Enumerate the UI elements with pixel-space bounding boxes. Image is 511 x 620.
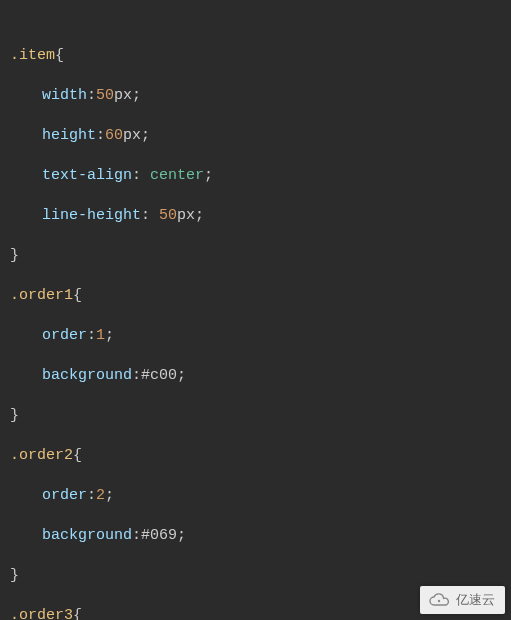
rule-order2-open: .order2{ <box>10 446 503 466</box>
prop-order1-order: order:1; <box>10 326 503 346</box>
prop-width: width:50px; <box>10 86 503 106</box>
prop-order2-bg: background:#069; <box>10 526 503 546</box>
rule-close: } <box>10 246 503 266</box>
prop-height: height:60px; <box>10 126 503 146</box>
selector-order1: .order1 <box>10 287 73 304</box>
css-code-block: .item{ width:50px; height:60px; text-ali… <box>0 0 511 620</box>
rule-order1-open: .order1{ <box>10 286 503 306</box>
rule-close: } <box>10 406 503 426</box>
rule-close: } <box>10 566 503 586</box>
cloud-icon <box>428 593 450 607</box>
selector-item: .item <box>10 47 55 64</box>
selector-order2: .order2 <box>10 447 73 464</box>
prop-order2-order: order:2; <box>10 486 503 506</box>
rule-item-open: .item{ <box>10 46 503 66</box>
svg-point-0 <box>438 600 440 602</box>
prop-text-align: text-align: center; <box>10 166 503 186</box>
prop-line-height: line-height: 50px; <box>10 206 503 226</box>
watermark-badge: 亿速云 <box>420 586 505 614</box>
selector-order3: .order3 <box>10 607 73 620</box>
watermark-text: 亿速云 <box>456 590 495 610</box>
prop-order1-bg: background:#c00; <box>10 366 503 386</box>
